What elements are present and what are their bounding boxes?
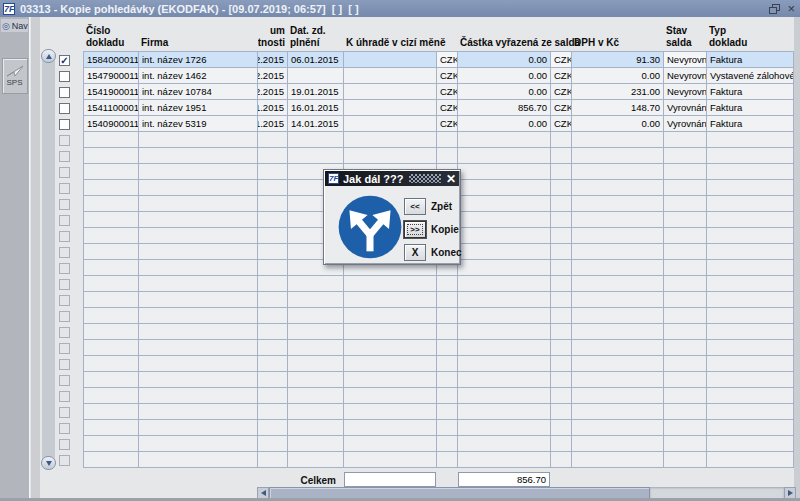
row-checkbox[interactable] (59, 71, 70, 82)
cell-splatnost[interactable]: 02.2015 (258, 68, 287, 83)
cell-stav[interactable]: Nevyrovnáno (664, 68, 706, 83)
empty-cell-uhrade (344, 356, 436, 371)
cell-mena[interactable]: CZK (551, 84, 571, 99)
row-checkbox[interactable] (59, 103, 70, 114)
row-checkbox-disabled (59, 439, 70, 450)
empty-cell-castka (458, 388, 550, 403)
header-dat-zd-plneni[interactable]: Dat. zd. plnění (288, 23, 343, 50)
row-checkbox-checked[interactable]: ✓ (59, 55, 70, 66)
cell-firma[interactable]: int. název 10784 (139, 84, 257, 99)
cell-castka[interactable]: 856.70 (458, 100, 550, 115)
cell-castka[interactable]: 0.00 (458, 68, 550, 83)
cell-plneni[interactable]: 14.01.2015 (288, 116, 343, 131)
cell-typ[interactable]: Vystavené zálohové listy (707, 68, 793, 83)
cell-cislo[interactable]: 1540900011 (84, 116, 138, 131)
restore-icon[interactable] (769, 4, 780, 14)
header-stav-salda[interactable]: Stav salda (664, 23, 706, 50)
empty-cell-uhrade (344, 372, 436, 387)
cell-mena[interactable]: CZK (437, 52, 457, 67)
cell-typ[interactable]: Faktura (707, 100, 793, 115)
empty-cell-typ (707, 388, 793, 403)
empty-cell-firma (139, 388, 257, 403)
header-k-uhrade[interactable]: K úhradě v cizí měně (344, 23, 436, 50)
header-firma[interactable]: Firma (139, 23, 257, 50)
row-checkbox[interactable] (59, 119, 70, 130)
scroll-down-button[interactable] (41, 456, 56, 470)
cell-castka[interactable]: 0.00 (458, 116, 550, 131)
empty-cell-mena (551, 196, 571, 211)
cell-splatnost[interactable]: 01.2015 (258, 116, 287, 131)
cell-mena[interactable]: CZK (437, 100, 457, 115)
cell-mena[interactable]: CZK (437, 116, 457, 131)
cell-cislo[interactable]: 1547900011 (84, 68, 138, 83)
empty-cell-cislo (84, 324, 138, 339)
cell-stav[interactable]: Nevyrovnáno (664, 52, 706, 67)
cell-firma[interactable]: int. název 1462 (139, 68, 257, 83)
header-typ-dokladu[interactable]: Typ dokladu (707, 23, 793, 50)
cell-dph[interactable]: 148.70 (572, 100, 663, 115)
empty-cell-typ (707, 340, 793, 355)
cell-mena[interactable]: CZK (551, 116, 571, 131)
empty-cell-mena (551, 420, 571, 435)
cell-stav[interactable]: Vyrovnáno (664, 100, 706, 115)
cell-mena[interactable]: CZK (437, 84, 457, 99)
cell-plneni[interactable]: 06.01.2015 (288, 52, 343, 67)
nav-button[interactable]: ◎ Nav (1, 19, 28, 32)
cell-firma[interactable]: int. název 1951 (139, 100, 257, 115)
cell-uhrade[interactable] (344, 84, 436, 99)
cell-uhrade[interactable] (344, 100, 436, 115)
cell-typ[interactable]: Faktura (707, 116, 793, 131)
copy-button[interactable]: >> (404, 221, 426, 238)
empty-cell-plneni (288, 132, 343, 147)
cell-castka[interactable]: 0.00 (458, 84, 550, 99)
cell-uhrade[interactable] (344, 68, 436, 83)
cell-mena[interactable]: CZK (551, 100, 571, 115)
empty-cell-castka (458, 212, 550, 227)
header-castka-vyrazena[interactable]: Částka vyřazená ze salda (458, 23, 550, 50)
cell-plneni[interactable] (288, 68, 343, 83)
cell-splatnost[interactable]: 02.2015 (258, 84, 287, 99)
cell-dph[interactable]: 0.00 (572, 68, 663, 83)
cell-typ[interactable]: Faktura (707, 52, 793, 67)
empty-cell-mena (437, 388, 457, 403)
header-datum-splatnosti[interactable]: um atnosti (258, 23, 287, 50)
dialog-close-icon[interactable]: ✕ (446, 173, 456, 185)
cell-cislo[interactable]: 1584000011 (84, 52, 138, 67)
cell-stav[interactable]: Vyrovnáno (664, 116, 706, 131)
cell-firma[interactable]: int. název 5319 (139, 116, 257, 131)
checkbox-column: ✓ (59, 52, 70, 468)
cell-splatnost[interactable]: 02.2015 (258, 52, 287, 67)
cell-splatnost[interactable]: 01.2015 (258, 100, 287, 115)
dialog-titlebar[interactable]: 7F Jak dál ??? ✕ (325, 171, 459, 186)
scroll-up-button[interactable] (41, 49, 56, 63)
end-button[interactable]: X (404, 244, 426, 261)
cell-uhrade[interactable] (344, 116, 436, 131)
cell-plneni[interactable]: 16.01.2015 (288, 100, 343, 115)
cell-mena[interactable]: CZK (551, 68, 571, 83)
cell-cislo[interactable]: 1541100001 (84, 100, 138, 115)
row-checkbox[interactable] (59, 87, 70, 98)
empty-cell-mena (437, 452, 457, 467)
cell-dph[interactable]: 231.00 (572, 84, 663, 99)
cell-dph[interactable]: 91.30 (572, 52, 663, 67)
sps-button[interactable]: SPS (2, 58, 28, 94)
header-dph[interactable]: DPH v Kč (572, 23, 663, 50)
cell-stav[interactable]: Nevyrovnáno (664, 84, 706, 99)
vertical-scrollbar-track[interactable] (42, 52, 55, 468)
cell-mena[interactable]: CZK (437, 68, 457, 83)
cell-mena[interactable]: CZK (551, 52, 571, 67)
window-titlebar[interactable]: 7F 03313 - Kopie pohledávky (EKODFAK) - … (0, 0, 800, 17)
empty-cell-castka (458, 292, 550, 307)
cell-plneni[interactable]: 19.01.2015 (288, 84, 343, 99)
cell-castka[interactable]: 0.00 (458, 52, 550, 67)
nav-target-icon: ◎ (2, 21, 10, 31)
cell-firma[interactable]: int. název 1726 (139, 52, 257, 67)
back-button[interactable]: << (404, 198, 426, 215)
close-icon[interactable]: × (787, 2, 795, 15)
cell-uhrade[interactable] (344, 52, 436, 67)
empty-cell-mena (551, 356, 571, 371)
cell-cislo[interactable]: 1541900011 (84, 84, 138, 99)
header-cislo-dokladu[interactable]: Číslo dokladu (84, 23, 138, 50)
cell-dph[interactable]: 0.00 (572, 116, 663, 131)
cell-typ[interactable]: Faktura (707, 84, 793, 99)
